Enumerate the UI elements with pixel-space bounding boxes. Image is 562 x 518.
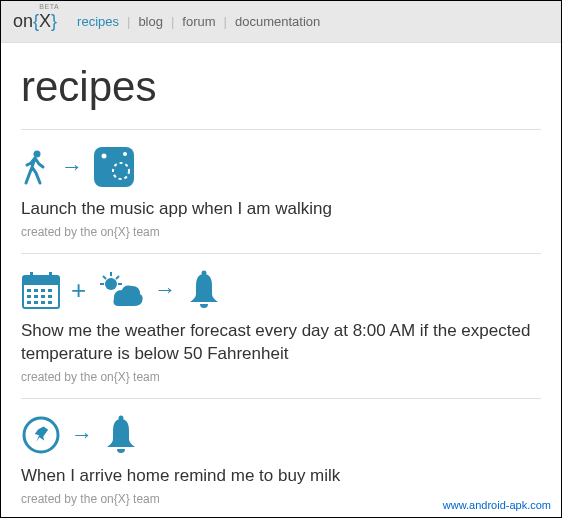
svg-rect-18 [34,301,38,304]
bell-icon [103,415,139,455]
svg-point-27 [202,270,207,275]
recipe-title: When I arrive home remind me to buy milk [21,465,541,488]
nav-separator: | [171,14,174,29]
logo-x: X [39,11,51,31]
svg-rect-17 [27,301,31,304]
svg-rect-11 [41,289,45,292]
recipe-author: created by the on{X} team [21,225,541,239]
recipe-icons: → [21,146,541,188]
content: recipes → Launch the music app when I am… [1,43,561,518]
nav-separator: | [127,14,130,29]
svg-rect-13 [27,295,31,298]
arrow-icon: → [71,424,93,446]
weather-icon [96,270,144,310]
svg-rect-19 [41,301,45,304]
svg-rect-9 [27,289,31,292]
bell-icon [186,270,222,310]
svg-point-21 [105,278,117,290]
svg-point-0 [34,151,41,158]
svg-point-29 [119,415,124,420]
recipe-title: Launch the music app when I am walking [21,198,541,221]
svg-line-25 [116,276,119,279]
logo[interactable]: BETA on{X} [13,11,57,32]
svg-rect-15 [41,295,45,298]
logo-on: on [13,11,33,31]
recipe-item[interactable]: + → S [21,253,541,398]
nav-blog[interactable]: blog [134,14,167,29]
svg-point-4 [123,152,127,156]
beta-badge: BETA [39,3,59,10]
svg-point-3 [102,154,107,159]
arrow-icon: → [154,279,176,301]
svg-rect-16 [48,295,52,298]
nav-forum[interactable]: forum [178,14,219,29]
svg-rect-12 [48,289,52,292]
page-title: recipes [21,63,541,111]
recipe-author: created by the on{X} team [21,370,541,384]
svg-rect-8 [49,272,52,279]
svg-rect-20 [48,301,52,304]
calendar-icon [21,270,61,310]
watermark: www.android-apk.com [443,499,551,511]
header: BETA on{X} recipes | blog | forum | docu… [1,1,561,43]
logo-brace-close: } [51,11,57,31]
recipe-icons: + → [21,270,541,310]
pin-circle-icon [21,415,61,455]
svg-line-24 [103,276,106,279]
nav-documentation[interactable]: documentation [231,14,324,29]
arrow-icon: → [61,156,83,178]
recipe-title: Show me the weather forecast every day a… [21,320,541,366]
svg-rect-14 [34,295,38,298]
app-tile-icon [93,146,135,188]
svg-rect-1 [94,147,134,187]
nav-separator: | [224,14,227,29]
svg-rect-6 [23,276,59,285]
svg-rect-10 [34,289,38,292]
plus-icon: + [71,277,86,303]
recipe-icons: → [21,415,541,455]
walking-icon [21,149,51,185]
nav-recipes[interactable]: recipes [73,14,123,29]
recipe-item[interactable]: → Launch the music app when I am walking… [21,129,541,253]
nav: recipes | blog | forum | documentation [73,14,324,29]
svg-rect-7 [30,272,33,279]
